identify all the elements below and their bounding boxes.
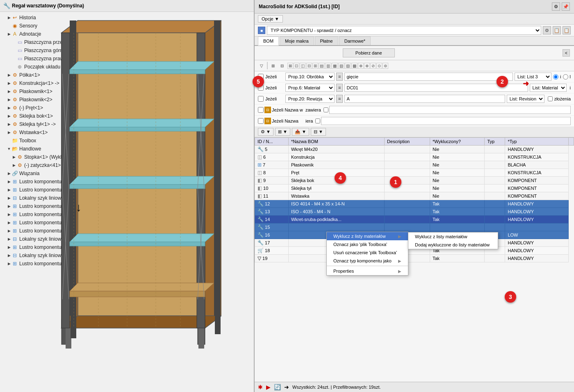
table-row[interactable]: 🔧 5 Wkręt M4x20 Nie HANDLOWY bbox=[255, 146, 574, 153]
plaskownik1-icon: ⚙ bbox=[11, 88, 18, 95]
filter-row-3: Jeżeli Prop.20: Rewizja = List: Revision… bbox=[255, 93, 574, 105]
bom-icon-1[interactable]: ⊠ bbox=[287, 63, 293, 69]
bom-icon-7[interactable]: ▥ bbox=[325, 63, 331, 69]
tab-darmowe[interactable]: Darmowe* bbox=[339, 36, 371, 45]
settings-action-btn[interactable]: ⚙ ▼ bbox=[258, 128, 273, 136]
filter3-value-input[interactable] bbox=[344, 95, 505, 103]
table-scroll[interactable]: ID / N... *Nazwa BOM Description *Wykluc… bbox=[255, 137, 574, 382]
context-wyklucz-arrow: ▶ bbox=[398, 234, 401, 239]
filter3-list-combo[interactable]: List: Revision bbox=[507, 95, 544, 103]
filter-icons-row: ▽ ⊞ ⊟ ⊠ ⊡ ◫ ⊟ ⊞ ▤ ▥ ▦ ▧ ▨ ▩ ⊕ ⊗ ⊘ ⊙ ⊚ bbox=[255, 60, 574, 71]
filter1-list-combo[interactable]: List: List 3 bbox=[515, 73, 551, 81]
filter2-prop-combo[interactable]: Prop.6: Materiał bbox=[285, 84, 335, 92]
opcje-button[interactable]: Opcje ▼ bbox=[258, 15, 283, 23]
plaskownik2-icon: ⚙ bbox=[11, 96, 18, 103]
context-item-remove-toolbox[interactable]: Usuń oznaczenie 'plik Toolboxa' bbox=[327, 248, 408, 257]
table-row-highlighted[interactable]: 🔧 15 bbox=[255, 223, 574, 231]
context-item-toolbox[interactable]: Oznacz jako 'plik Toolboxa' bbox=[327, 240, 408, 248]
bom-icon-8[interactable]: ▦ bbox=[332, 63, 338, 69]
table-row[interactable]: ◫ 6 Konstrukcja Nie KONSTRUKCJA bbox=[255, 153, 574, 161]
filter4-text-input[interactable] bbox=[329, 106, 571, 114]
bom-icon-2[interactable]: ⊡ bbox=[294, 63, 299, 69]
col-typ2: *Typ bbox=[505, 138, 569, 146]
tree-arrow-pg bbox=[11, 48, 16, 53]
tree-arrow-l4: ▶ bbox=[7, 204, 11, 209]
svg-rect-20 bbox=[70, 185, 205, 189]
filter2-list-combo[interactable]: List: Material bbox=[530, 84, 567, 92]
lustro6-icon: ⊞ bbox=[11, 219, 18, 226]
status-icon-4[interactable]: ➜ bbox=[284, 384, 289, 390]
bom-icon-9[interactable]: ▧ bbox=[338, 63, 344, 69]
collapse-button[interactable]: < bbox=[563, 49, 570, 57]
pin-icon[interactable]: 📌 bbox=[562, 2, 570, 11]
filter4-extra-checkbox[interactable] bbox=[323, 107, 328, 112]
tree-label-toolbox: Toolbox bbox=[19, 138, 36, 144]
filter1-radio-i[interactable] bbox=[553, 74, 558, 80]
table-row-context[interactable]: 🔧 14 Wkret-sruba-podkladka... Tak HANDLO… bbox=[255, 216, 574, 223]
combo-settings-icon[interactable]: ⚙ bbox=[543, 26, 551, 34]
status-icon-1[interactable]: ✱ bbox=[258, 384, 263, 390]
tree-arrow-pp bbox=[11, 40, 16, 45]
bom-icon-11[interactable]: ▩ bbox=[351, 63, 358, 69]
bom-icon-6[interactable]: ▤ bbox=[319, 63, 325, 69]
filter3-prop-combo[interactable]: Prop.20: Rewizja bbox=[285, 95, 335, 103]
tab-moje-makra[interactable]: Moje makra bbox=[280, 36, 314, 45]
pobierz-button[interactable]: Pobierz dane bbox=[343, 48, 395, 57]
filter3-zlozenia-checkbox[interactable] bbox=[548, 96, 553, 101]
table-row[interactable]: ◧ 11 Wstawka Nie KOMPONENT bbox=[255, 192, 574, 200]
bom-icon-10[interactable]: ▨ bbox=[345, 63, 351, 69]
status-icon-3[interactable]: 🔄 bbox=[274, 384, 281, 390]
export-action-btn[interactable]: 📤 ▼ bbox=[292, 128, 309, 136]
context-item-properties[interactable]: Properties ▶ bbox=[327, 267, 408, 275]
bom-icon-15[interactable]: ⊙ bbox=[376, 63, 382, 69]
tab-platne[interactable]: Płatne bbox=[315, 36, 338, 45]
cell-typ bbox=[485, 223, 505, 231]
filter-funnel-icon[interactable]: ▽ bbox=[258, 62, 265, 69]
cell-typ2: KOMPONENT bbox=[505, 192, 569, 200]
combo-icon: ■ bbox=[258, 27, 265, 34]
table-row[interactable]: ◫ 8 Pręt Nie KONSTRUKCJA bbox=[255, 169, 574, 177]
table-row[interactable]: ◧ 9 Sklejka bok Nie KOMPONENT bbox=[255, 177, 574, 185]
combo-copy-icon[interactable]: 📋 bbox=[553, 26, 561, 34]
bom-icon-4[interactable]: ⊟ bbox=[306, 63, 312, 69]
context-item-typ[interactable]: Oznacz typ komponentu jako ▶ bbox=[327, 257, 408, 265]
bom-icon-5[interactable]: ⊞ bbox=[312, 63, 318, 69]
context-item-wyklucz[interactable]: Wyklucz z listy materiałów ▶ bbox=[327, 232, 408, 240]
submenu-item-dodaj[interactable]: Dodaj wykluczone do listy materiałów bbox=[408, 241, 498, 249]
filter1-prop-combo[interactable]: Prop.10: Obróbka bbox=[285, 73, 335, 81]
combo-paste-icon[interactable]: 📋 bbox=[563, 26, 571, 34]
filter5-text-input[interactable] bbox=[321, 117, 571, 125]
lustro5-icon: ⊞ bbox=[11, 211, 18, 218]
status-icon-2[interactable]: ▶ bbox=[266, 384, 271, 390]
table-row[interactable]: ⊞ 7 Płaskownik Nie BLACHA bbox=[255, 161, 574, 169]
filter5-checkbox[interactable] bbox=[258, 118, 264, 124]
tree-label-historia: Historia bbox=[19, 15, 36, 21]
component-type-combo[interactable]: TYP KOMPONENTU - sprawdź / oznacz bbox=[267, 26, 541, 35]
table-icon[interactable]: ⊞ bbox=[269, 62, 277, 69]
plane-pg-icon: ▭ bbox=[16, 47, 23, 54]
filter4-checkbox[interactable] bbox=[258, 107, 264, 113]
filter5-extra-checkbox[interactable] bbox=[315, 119, 320, 123]
filter3-checkbox[interactable] bbox=[258, 96, 264, 102]
settings-icon[interactable]: ⚙ bbox=[552, 2, 560, 11]
bom-icon-3[interactable]: ◫ bbox=[300, 63, 306, 69]
group-icon[interactable]: ⊟ bbox=[278, 62, 286, 69]
tree-header: 🔧 Regał warsztatowy (Domyślna) bbox=[0, 0, 254, 12]
submenu-item-wyklucz[interactable]: Wyklucz z listy materiałów bbox=[408, 232, 498, 241]
cell-typ2: HANDLOWY bbox=[505, 216, 569, 223]
bom-icon-13[interactable]: ⊗ bbox=[364, 63, 370, 69]
tab-bom[interactable]: BOM bbox=[258, 36, 279, 46]
tree-arrow-szyk1: ▶ bbox=[7, 196, 11, 201]
table-action-btn[interactable]: ⊞ ▼ bbox=[275, 128, 290, 136]
table-row-highlighted[interactable]: 🔧 12 ISO 4014 - M4 x 35 x 14-N Tak HANDL… bbox=[255, 200, 574, 208]
table-row[interactable]: ▽ 19 Tak HANDLOWY bbox=[255, 255, 574, 262]
table-row[interactable]: ◧ 10 Sklejka tył Nie KOMPONENT bbox=[255, 185, 574, 192]
bom-icon-16[interactable]: ⊚ bbox=[383, 63, 388, 69]
table-row-highlighted[interactable]: 🔧 13 ISO - 4035 - M4 - N Tak HANDLOWY bbox=[255, 208, 574, 216]
filter1-value-input[interactable] bbox=[344, 73, 513, 81]
bom-icon-14[interactable]: ⊘ bbox=[370, 63, 376, 69]
more-action-btn[interactable]: ⊟ ▼ bbox=[311, 128, 326, 136]
filter1-radio-l[interactable] bbox=[563, 74, 568, 80]
cell-id: 🔧 5 bbox=[255, 146, 289, 153]
bom-icon-12[interactable]: ⊕ bbox=[358, 63, 364, 69]
